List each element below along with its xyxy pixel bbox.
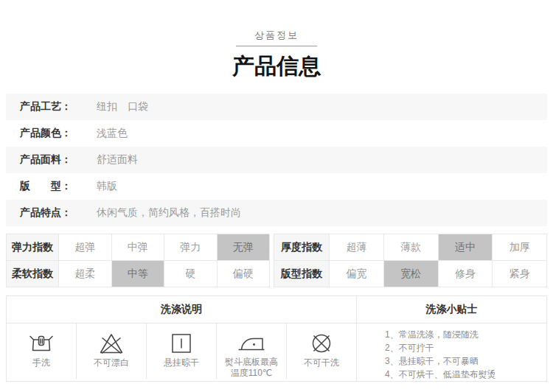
attr-label: 版 型： [20, 180, 97, 193]
attr-label: 产品颜色： [20, 127, 97, 140]
index-option-selected: 宽松 [384, 261, 439, 287]
index-option: 弹力 [164, 234, 218, 261]
no-bleach-icon [99, 329, 124, 357]
index-option: 中弹 [112, 234, 165, 261]
product-attributes-table: 产品工艺： 纽扣 口袋 产品颜色： 浅蓝色 产品面料： 舒适面料 版 型： 韩版… [6, 94, 547, 226]
attr-value: 韩版 [97, 180, 117, 193]
index-grid-left: 弹力指数 超弹 中弹 弹力 无弹 柔软指数 超柔 中等 硬 偏硬 [6, 234, 270, 287]
wash-tip: 1、常温洗涤，随浸随洗 [385, 328, 546, 341]
index-option: 偏宽 [330, 261, 384, 287]
attr-row: 产品颜色： 浅蓝色 [6, 120, 547, 147]
wash-symbol-cell: 手洗 [7, 323, 77, 379]
index-option: 修身 [439, 261, 493, 287]
wash-tips-list: 1、常温洗涤，随浸随洗 2、不可拧干 3、悬挂晾干，不可暴晒 4、不可烘干、低温… [357, 323, 546, 381]
wash-tip: 4、不可烘干、低温垫布熨烫 [385, 368, 546, 381]
attr-value: 浅蓝色 [97, 127, 128, 140]
subtitle-underline [236, 46, 317, 46]
index-option: 超柔 [59, 261, 112, 287]
wash-symbol-label: 不可漂白 [94, 357, 129, 368]
wash-symbol-cell: 熨斗底板最高温度110℃ [217, 323, 287, 379]
wash-symbol-cell: 悬挂晾干 [147, 323, 217, 379]
page-header: 상품정보 产品信息 [0, 0, 553, 79]
wash-tip: 3、悬挂晾干，不可暴晒 [385, 354, 546, 368]
attr-value: 纽扣 口袋 [97, 100, 148, 113]
attr-row: 产品面料： 舒适面料 [6, 147, 547, 173]
page-title: 产品信息 [0, 54, 553, 79]
index-option: 超薄 [330, 234, 384, 261]
attr-label: 产品面料： [20, 153, 97, 167]
index-row: 弹力指数 超弹 中弹 弹力 无弹 [7, 234, 270, 261]
no-dry-clean-icon [310, 329, 333, 357]
wash-symbol-label: 手洗 [32, 357, 50, 368]
attr-value: 休闲气质，简约风格，百搭时尚 [97, 206, 241, 220]
index-option: 加厚 [493, 234, 547, 261]
index-row-label: 弹力指数 [7, 234, 59, 261]
index-row: 厚度指数 超薄 薄款 适中 加厚 [274, 234, 547, 261]
washing-section: 洗涤说明 手洗 [6, 295, 547, 382]
attr-row: 产品工艺： 纽扣 口袋 [6, 94, 547, 120]
wash-instructions-title: 洗涤说明 [7, 296, 356, 323]
wash-tips-panel: 洗涤小贴士 1、常温洗涤，随浸随洗 2、不可拧干 3、悬挂晾干，不可暴晒 4、不… [357, 296, 546, 381]
index-row: 柔软指数 超柔 中等 硬 偏硬 [7, 261, 270, 287]
index-row-label: 版型指数 [274, 261, 330, 287]
wash-symbol-cell: 不可漂白 [77, 323, 147, 379]
wash-tip: 2、不可拧干 [385, 341, 546, 354]
index-row-label: 厚度指数 [274, 234, 330, 261]
index-option-selected: 中等 [112, 261, 165, 287]
wash-instructions-panel: 洗涤说明 手洗 [7, 296, 357, 381]
attr-label: 产品工艺： [20, 100, 97, 113]
index-option: 硬 [164, 261, 218, 287]
wash-symbol-label: 熨斗底板最高温度110℃ [222, 357, 281, 379]
index-option-selected: 适中 [439, 234, 493, 261]
index-grid-right: 厚度指数 超薄 薄款 适中 加厚 版型指数 偏宽 宽松 修身 紧身 [274, 234, 547, 287]
hand-wash-icon [29, 329, 54, 357]
wash-symbols-row: 手洗 不可漂白 悬挂晾干 [7, 323, 356, 379]
wash-symbol-label: 不可干洗 [304, 357, 339, 368]
attr-label: 产品特点： [20, 206, 97, 220]
wash-symbol-cell: 不可干洗 [287, 323, 356, 379]
index-grid: 弹力指数 超弹 中弹 弹力 无弹 柔软指数 超柔 中等 硬 偏硬 厚度指数 超薄… [6, 234, 547, 287]
index-option: 超弹 [59, 234, 112, 261]
attr-row: 产品特点： 休闲气质，简约风格，百搭时尚 [6, 200, 547, 226]
wash-tips-title: 洗涤小贴士 [357, 296, 546, 323]
index-option: 偏硬 [218, 261, 271, 287]
index-option-selected: 无弹 [218, 234, 271, 261]
page-subtitle: 상품정보 [0, 29, 553, 41]
index-row: 版型指数 偏宽 宽松 修身 紧身 [274, 261, 547, 287]
index-row-label: 柔软指数 [7, 261, 59, 287]
attr-value: 舒适面料 [97, 153, 138, 167]
index-option: 紧身 [493, 261, 547, 287]
hang-dry-icon [170, 329, 192, 357]
index-option: 薄款 [384, 234, 439, 261]
wash-symbol-label: 悬挂晾干 [164, 357, 199, 368]
attr-row: 版 型： 韩版 [6, 173, 547, 200]
iron-max-110-icon [237, 329, 266, 356]
